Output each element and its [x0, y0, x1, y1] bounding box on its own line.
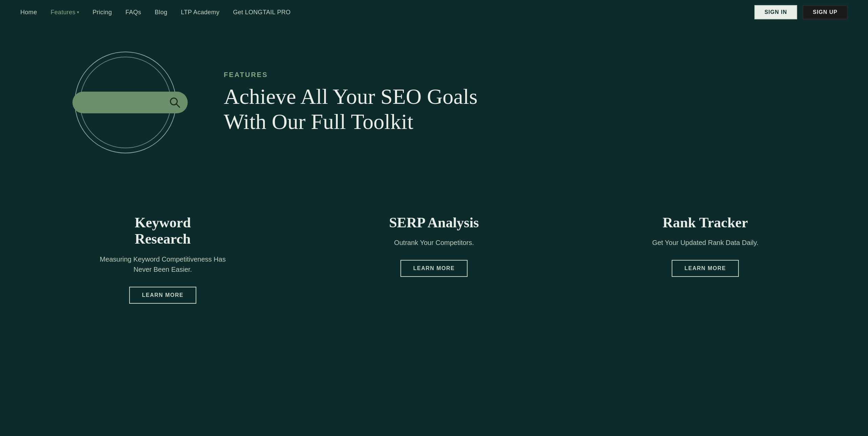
feature-keyword-research-description: Measuring Keyword Competitiveness Has Ne… — [92, 254, 234, 274]
feature-rank-tracker-description: Get Your Updated Rank Data Daily. — [634, 238, 776, 248]
hero-title: Achieve All Your SEO Goals With Our Full… — [224, 84, 827, 134]
hero-title-line1: Achieve All Your SEO Goals — [224, 84, 477, 109]
feature-keyword-research-title: Keyword Research — [92, 214, 234, 247]
chevron-down-icon: ▾ — [77, 10, 79, 15]
feature-card-serp-analysis: SERP Analysis Outrank Your Competitors. … — [353, 208, 515, 310]
hero-title-line2: With Our Full Toolkit — [224, 110, 413, 134]
feature-serp-analysis-description: Outrank Your Competitors. — [363, 238, 505, 248]
navbar: Home Features ▾ Pricing FAQs Blog LTP Ac… — [0, 0, 868, 24]
sign-in-button[interactable]: SIGN IN — [754, 5, 797, 19]
feature-card-rank-tracker: Rank Tracker Get Your Updated Rank Data … — [624, 208, 787, 310]
nav-home[interactable]: Home — [20, 9, 37, 16]
nav-blog[interactable]: Blog — [155, 9, 167, 16]
feature-rank-tracker-title: Rank Tracker — [634, 214, 776, 231]
hero-illustration — [41, 45, 210, 160]
nav-faqs[interactable]: FAQs — [125, 9, 141, 16]
feature-serp-analysis-title: SERP Analysis — [363, 214, 505, 231]
search-icon — [169, 96, 181, 109]
rank-tracker-learn-more-button[interactable]: LEARN MORE — [672, 260, 739, 277]
search-bar-illustration — [73, 92, 188, 113]
hero-label: FEATURES — [224, 71, 827, 79]
nav-features-label: Features — [51, 9, 75, 16]
sign-up-button[interactable]: SIGN UP — [803, 5, 848, 19]
svg-line-1 — [176, 104, 180, 107]
keyword-research-learn-more-button[interactable]: LEARN MORE — [129, 287, 197, 304]
nav-pricing[interactable]: Pricing — [93, 9, 112, 16]
hero-content: FEATURES Achieve All Your SEO Goals With… — [210, 71, 827, 134]
nav-get-longtail-pro[interactable]: Get LONGTAIL PRO — [233, 9, 291, 16]
serp-analysis-learn-more-button[interactable]: LEARN MORE — [400, 260, 468, 277]
hero-section: FEATURES Achieve All Your SEO Goals With… — [0, 24, 868, 187]
nav-right: SIGN IN SIGN UP — [754, 5, 848, 19]
nav-left: Home Features ▾ Pricing FAQs Blog LTP Ac… — [20, 9, 291, 16]
feature-card-keyword-research: Keyword Research Measuring Keyword Compe… — [81, 208, 244, 310]
nav-ltp-academy[interactable]: LTP Academy — [181, 9, 220, 16]
features-section: Keyword Research Measuring Keyword Compe… — [0, 187, 868, 338]
nav-features[interactable]: Features ▾ — [51, 9, 79, 16]
